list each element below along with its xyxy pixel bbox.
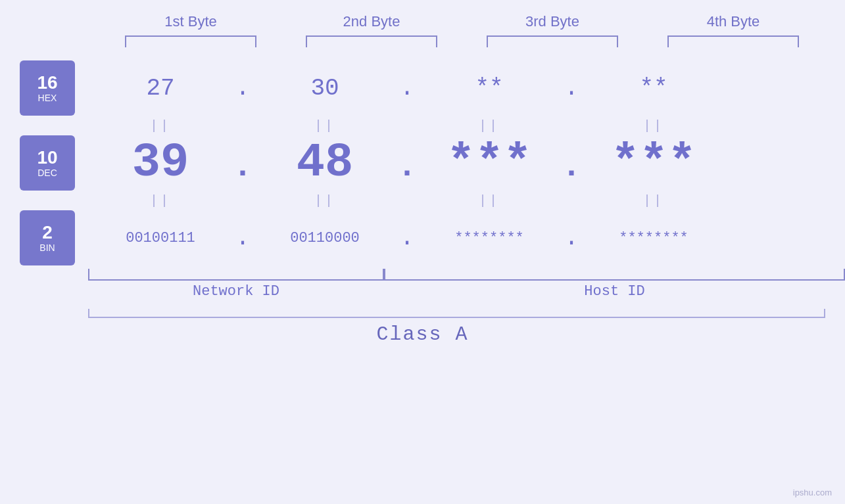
hex-cell-4: ** [581, 75, 726, 102]
bin-cell-1: 00100111 [88, 230, 233, 246]
dec-cells: 39 . 48 . *** . *** [88, 136, 845, 190]
sep-cells-1: || || || || [88, 118, 845, 133]
byte-labels-row: 1st Byte 2nd Byte 3rd Byte 4th Byte [101, 13, 824, 30]
byte-label-3: 3rd Byte [480, 13, 625, 30]
hex-dot-3: . [562, 75, 581, 102]
dec-val-1: 39 [132, 136, 189, 190]
sep-cell-1c: || [417, 118, 562, 133]
bin-badge-num: 2 [42, 223, 53, 243]
sep-cell-1b: || [253, 118, 397, 133]
dbl-bar-1d: || [643, 118, 664, 133]
bin-dot-2: . [397, 225, 417, 252]
dec-badge-label: DEC [37, 168, 57, 178]
main-container: 1st Byte 2nd Byte 3rd Byte 4th Byte 16 H… [0, 0, 845, 504]
dec-cell-4: *** [581, 136, 726, 190]
network-id-label: Network ID [88, 283, 384, 300]
sep-cell-2c: || [417, 193, 562, 208]
byte-label-1: 1st Byte [118, 13, 263, 30]
sep-cell-2b: || [253, 193, 397, 208]
hex-val-3: ** [475, 75, 503, 102]
dec-badge-num: 10 [37, 148, 57, 168]
hex-row: 16 HEX 27 . 30 . ** . ** [0, 60, 845, 116]
hex-cell-3: ** [417, 75, 562, 102]
bin-val-1: 00100111 [126, 230, 195, 246]
dec-dot-3: . [562, 148, 581, 185]
dec-cell-2: 48 [253, 136, 397, 190]
bottom-section: Network ID Host ID Class A [0, 269, 845, 346]
bin-cell-4: ******** [581, 230, 726, 246]
sep-cell-1a: || [88, 118, 233, 133]
bottom-brackets [88, 269, 845, 281]
hex-val-2: 30 [310, 75, 339, 102]
dec-dot-2: . [397, 148, 417, 185]
bracket-4 [667, 35, 799, 47]
hex-badge-label: HEX [38, 93, 57, 103]
dec-dot-1: . [233, 148, 253, 185]
bin-cells: 00100111 . 00110000 . ******** . *******… [88, 225, 845, 252]
bin-val-3: ******** [454, 230, 524, 246]
hex-dot-1: . [233, 75, 253, 102]
hex-badge: 16 HEX [20, 60, 75, 116]
top-brackets [101, 35, 824, 47]
bracket-1 [125, 35, 256, 47]
network-id-bracket [88, 269, 384, 281]
sep-cell-1d: || [581, 118, 726, 133]
dec-row: 10 DEC 39 . 48 . *** . *** [0, 135, 845, 191]
dec-badge: 10 DEC [20, 135, 75, 191]
dec-val-4: *** [611, 136, 696, 190]
class-label: Class A [0, 323, 845, 346]
hex-cell-1: 27 [88, 75, 233, 102]
sep-row-2: || || || || [0, 191, 845, 210]
dbl-bar-1b: || [314, 118, 335, 133]
byte-label-2: 2nd Byte [299, 13, 444, 30]
bottom-labels: Network ID Host ID [88, 283, 845, 300]
dec-val-3: *** [447, 136, 532, 190]
host-id-bracket [384, 269, 845, 281]
dbl-bar-1c: || [479, 118, 500, 133]
hex-cells: 27 . 30 . ** . ** [88, 75, 845, 102]
sep-cell-2a: || [88, 193, 233, 208]
bin-val-4: ******** [619, 230, 688, 246]
hex-val-1: 27 [146, 75, 174, 102]
bin-dot-3: . [562, 225, 581, 252]
byte-label-4: 4th Byte [661, 13, 806, 30]
dbl-bar-2b: || [314, 193, 335, 208]
hex-cell-2: 30 [253, 75, 397, 102]
dbl-bar-1a: || [150, 118, 171, 133]
sep-cells-2: || || || || [88, 193, 845, 208]
bin-val-2: 00110000 [290, 230, 360, 246]
hex-badge-num: 16 [37, 73, 57, 93]
bin-row: 2 BIN 00100111 . 00110000 . ******** . *… [0, 210, 845, 265]
host-id-label: Host ID [384, 283, 845, 300]
bin-dot-1: . [233, 225, 253, 252]
bracket-2 [306, 35, 437, 47]
hex-dot-2: . [397, 75, 417, 102]
bin-badge: 2 BIN [20, 210, 75, 265]
dbl-bar-2a: || [150, 193, 171, 208]
dbl-bar-2c: || [479, 193, 500, 208]
dec-cell-3: *** [417, 136, 562, 190]
bin-cell-2: 00110000 [253, 230, 397, 246]
sep-row-1: || || || || [0, 116, 845, 135]
sep-cell-2d: || [581, 193, 726, 208]
dbl-bar-2d: || [643, 193, 664, 208]
dec-val-2: 48 [297, 136, 353, 190]
class-bracket [88, 309, 825, 318]
hex-val-4: ** [639, 75, 667, 102]
bin-cell-3: ******** [417, 230, 562, 246]
dec-cell-1: 39 [88, 136, 233, 190]
watermark: ipshu.com [793, 488, 832, 497]
bracket-3 [487, 35, 618, 47]
bin-badge-label: BIN [39, 243, 55, 253]
